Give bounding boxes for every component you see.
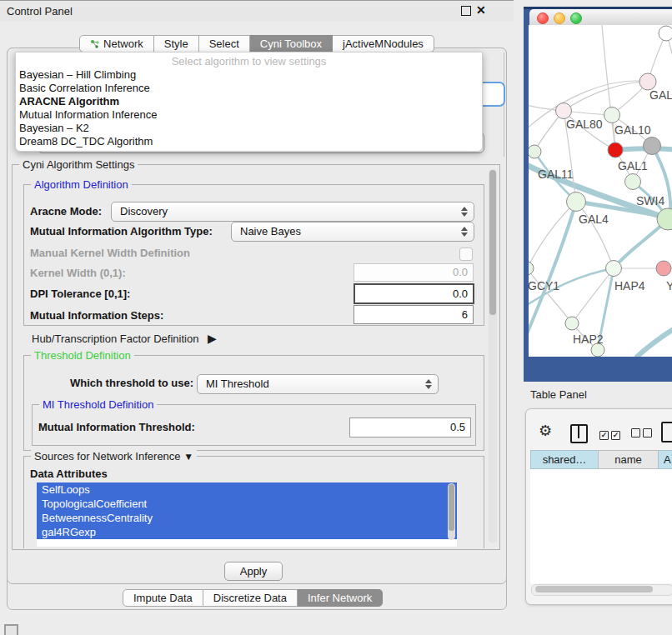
gal1-node[interactable] xyxy=(625,174,641,190)
dropdown-placeholder: Select algorithm to view settings xyxy=(16,52,482,68)
node-label: GAL10 xyxy=(614,123,651,137)
tab-network[interactable]: Network xyxy=(79,35,154,52)
kernel-width-field[interactable]: 0.0 xyxy=(354,263,474,282)
dpi-tolerance-label: DPI Tolerance [0,1]: xyxy=(30,288,130,300)
expand-arrow-icon: ▶ xyxy=(208,332,217,345)
gray-node[interactable] xyxy=(644,138,661,155)
bottom-tabbar: Impute Data Discretize Data Infer Networ… xyxy=(123,589,383,608)
sources-group-title[interactable]: Sources for Network Inference ▼ xyxy=(31,450,197,462)
threshold-group-title: Threshold Definition xyxy=(31,349,134,362)
node-label: GAL xyxy=(649,88,672,102)
minimize-traffic-light[interactable] xyxy=(554,12,565,24)
gcy1-node[interactable] xyxy=(529,262,534,275)
mi-threshold-label: Mutual Information Threshold: xyxy=(38,421,195,433)
node-label: GAL4 xyxy=(579,212,609,226)
column-header-partial[interactable]: A xyxy=(658,450,672,469)
split-panel-icon[interactable] xyxy=(570,424,588,443)
list-scrollbar-thumb[interactable] xyxy=(449,484,454,531)
tab-discretize-data[interactable]: Discretize Data xyxy=(203,589,298,607)
document-partial-icon[interactable] xyxy=(661,422,672,442)
list-item[interactable]: SelfLoops xyxy=(37,482,457,497)
hap2-node[interactable] xyxy=(565,317,579,330)
tab-impute-data[interactable]: Impute Data xyxy=(123,589,203,607)
settings-scrollbar-thumb[interactable] xyxy=(489,170,496,315)
node-label: HAP2 xyxy=(573,332,604,346)
deselect-columns-icon[interactable] xyxy=(631,428,654,440)
data-attributes-label: Data Attributes xyxy=(30,468,108,480)
tab-jactivemnodules[interactable]: jActiveMNodules xyxy=(333,35,434,52)
close-traffic-light[interactable] xyxy=(537,12,549,24)
table-rows: YDL19… YDL19… 13 YDR27… YDR27… 12 YBR043… xyxy=(530,469,672,583)
grip-box xyxy=(4,624,18,635)
mi-algo-type-combo[interactable]: Naive Bayes xyxy=(231,222,474,242)
tab-cyni-toolbox[interactable]: Cyni Toolbox xyxy=(250,35,333,52)
tab-network-label: Network xyxy=(103,36,143,52)
combo-arrows-icon xyxy=(460,206,468,218)
column-header-shared[interactable]: shared… xyxy=(530,450,599,469)
combo-arrows-icon xyxy=(460,226,468,238)
float-window-icon[interactable] xyxy=(461,6,471,16)
gal80-node[interactable] xyxy=(556,103,572,119)
red-node[interactable] xyxy=(608,142,623,158)
gal11-node[interactable] xyxy=(529,145,541,158)
algorithm-dropdown: Select algorithm to view settings Bayesi… xyxy=(15,52,483,152)
tab-infer-network[interactable]: Infer Network xyxy=(298,589,383,607)
gear-icon[interactable]: ⚙ xyxy=(539,422,552,440)
collapse-arrow-icon: ▼ xyxy=(183,451,193,462)
node-label: Y xyxy=(666,279,672,292)
which-threshold-combo[interactable]: MI Threshold xyxy=(197,374,439,394)
gal-pink-node[interactable] xyxy=(639,73,656,90)
node-label: GAL1 xyxy=(618,159,648,172)
network-canvas[interactable]: GAL GAL80 GAL10 GAL11 GAL1 SWI4 GAL4 GCY… xyxy=(529,25,672,357)
gal4-node[interactable] xyxy=(567,192,586,212)
select-columns-checked-icon[interactable] xyxy=(599,428,623,440)
apply-button[interactable]: Apply xyxy=(224,562,283,581)
mi-threshold-group-title: MI Threshold Definition xyxy=(39,398,157,411)
manual-kernel-checkbox[interactable] xyxy=(459,248,473,261)
node-label: GCY1 xyxy=(529,279,559,292)
mi-algo-type-label: Mutual Information Algorithm Type: xyxy=(30,225,213,238)
control-panel-title: Control Panel xyxy=(7,5,73,18)
close-icon[interactable]: ✕ xyxy=(476,3,486,17)
manual-kernel-label: Manual Kernel Width Definition xyxy=(30,247,190,259)
list-item[interactable]: gal4RGexp xyxy=(37,525,457,539)
hub-definition-expander[interactable]: Hub/Transcription Factor Definition ▶ xyxy=(32,332,217,345)
dropdown-item[interactable]: Mutual Information Inference xyxy=(16,108,482,122)
which-threshold-label: Which threshold to use: xyxy=(70,377,193,389)
node-label: HAP4 xyxy=(614,279,645,292)
top-partial-node[interactable] xyxy=(659,26,672,41)
combo-arrows-icon xyxy=(424,378,432,390)
mi-threshold-field[interactable]: 0.5 xyxy=(349,418,471,438)
hub-definition-label: Hub/Transcription Factor Definition xyxy=(32,332,198,345)
control-panel-titlebar: Control Panel ✕ xyxy=(0,0,514,22)
column-header-name[interactable]: name xyxy=(598,450,659,469)
screen: Control Panel ✕ Network Style Select Cyn… xyxy=(0,0,672,635)
aracne-mode-combo[interactable]: Discovery xyxy=(111,202,474,222)
dropdown-item[interactable]: Dream8 DC_TDC Algorithm xyxy=(16,135,482,148)
dpi-tolerance-field[interactable]: 0.0 xyxy=(354,283,474,304)
mi-steps-field[interactable]: 6 xyxy=(354,305,474,324)
dropdown-item[interactable]: Bayesian – K2 xyxy=(16,122,482,135)
tab-style[interactable]: Style xyxy=(154,35,199,52)
dropdown-item[interactable]: Bayesian – Hill Climbing xyxy=(16,68,482,82)
kernel-width-label: Kernel Width (0,1): xyxy=(30,267,126,279)
dropdown-item-selected[interactable]: ARACNE Algorithm xyxy=(16,95,482,108)
salmon-node[interactable] xyxy=(656,261,671,276)
node-label: SWI4 xyxy=(636,194,664,208)
zoom-traffic-light[interactable] xyxy=(570,12,582,24)
network-labels: GAL GAL80 GAL10 GAL11 GAL1 SWI4 GAL4 GCY… xyxy=(529,88,672,346)
gal10-node[interactable] xyxy=(604,108,620,123)
table-panel-title: Table Panel xyxy=(530,388,587,401)
list-item[interactable]: BetweennessCentrality xyxy=(37,511,457,525)
tab-select[interactable]: Select xyxy=(199,35,250,52)
table-h-scrollbar-thumb[interactable] xyxy=(535,586,653,592)
dropdown-item[interactable]: Basic Correlation Inference xyxy=(16,82,482,95)
node-label: GAL80 xyxy=(566,118,603,131)
network-nodes xyxy=(529,26,672,357)
hap4-node[interactable] xyxy=(606,261,622,277)
aracne-mode-label: Aracne Mode: xyxy=(30,205,102,218)
control-panel-tabbar: Network Style Select Cyni Toolbox jActiv… xyxy=(0,35,514,52)
list-item[interactable]: TopologicalCoefficient xyxy=(37,497,457,511)
network-tab-icon xyxy=(90,39,100,49)
data-attributes-list: SelfLoops TopologicalCoefficient Between… xyxy=(37,482,457,547)
